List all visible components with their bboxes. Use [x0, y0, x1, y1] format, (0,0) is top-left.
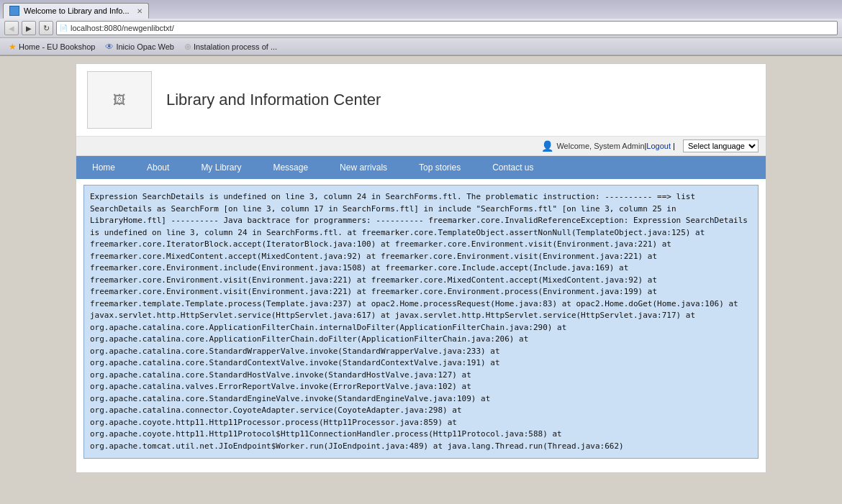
tab-close-button[interactable]: ✕ [137, 7, 142, 15]
forward-button[interactable]: ▶ [22, 21, 36, 35]
nav-new-arrivals[interactable]: New arrivals [324, 156, 403, 179]
bookmark-star-icon: ★ [9, 42, 17, 52]
tab-favicon [9, 6, 19, 16]
refresh-button[interactable]: ↻ [39, 21, 53, 35]
back-button[interactable]: ◀ [4, 21, 19, 35]
bookmark-home-eu[interactable]: ★ Home - EU Bookshop [4, 41, 99, 52]
logout-link[interactable]: Logout [646, 142, 671, 150]
bookmark-wp-icon: ⊕ [184, 42, 191, 52]
bookmarks-bar: ★ Home - EU Bookshop 👁 Inicio Opac Web ⊕… [0, 38, 842, 55]
address-icon: 📄 [60, 24, 68, 32]
site-title: Library and Information Center [166, 91, 381, 109]
address-input[interactable] [71, 24, 834, 32]
broken-image-icon: 🖼 [113, 93, 126, 108]
welcome-text: Welcome, System Admin [556, 142, 644, 150]
user-bar: 👤 Welcome, System Admin | Logout | Selec… [76, 137, 766, 156]
main-navigation: Home About My Library Message New arriva… [76, 156, 766, 179]
navigation-bar: ◀ ▶ ↻ 📄 [0, 19, 842, 38]
active-tab[interactable]: Welcome to Library and Info... ✕ [3, 3, 149, 19]
bookmark-home-eu-label: Home - EU Bookshop [19, 42, 95, 51]
nav-my-library[interactable]: My Library [185, 156, 257, 179]
tab-title: Welcome to Library and Info... [24, 6, 130, 15]
nav-home[interactable]: Home [76, 156, 131, 179]
nav-about[interactable]: About [131, 156, 185, 179]
address-bar-container: 📄 [56, 21, 838, 35]
bookmark-inicio-opac-label: Inicio Opac Web [116, 42, 174, 51]
user-icon: 👤 [541, 140, 553, 152]
bookmark-eye-icon: 👁 [105, 42, 114, 52]
bookmark-inicio-opac[interactable]: 👁 Inicio Opac Web [101, 41, 178, 52]
nav-contact-us[interactable]: Contact us [476, 156, 549, 179]
error-box: Expression SearchDetails is undefined on… [83, 185, 759, 459]
header-area: 🖼 Library and Information Center [76, 64, 766, 137]
logo-box: 🖼 [87, 71, 152, 129]
bookmark-installation-label: Instalation process of ... [194, 42, 277, 51]
error-text: Expression SearchDetails is undefined on… [90, 192, 748, 451]
nav-top-stories[interactable]: Top stories [403, 156, 476, 179]
nav-message[interactable]: Message [257, 156, 324, 179]
bookmark-installation[interactable]: ⊕ Instalation process of ... [180, 41, 281, 52]
page-container: 🖼 Library and Information Center 👤 Welco… [76, 63, 766, 473]
pipe-separator2: | [671, 142, 677, 150]
tab-bar: Welcome to Library and Info... ✕ [0, 0, 842, 19]
browser-chrome: Welcome to Library and Info... ✕ ◀ ▶ ↻ 📄… [0, 0, 842, 56]
page-background: 🖼 Library and Information Center 👤 Welco… [0, 56, 842, 498]
language-select[interactable]: Select language [683, 139, 759, 152]
